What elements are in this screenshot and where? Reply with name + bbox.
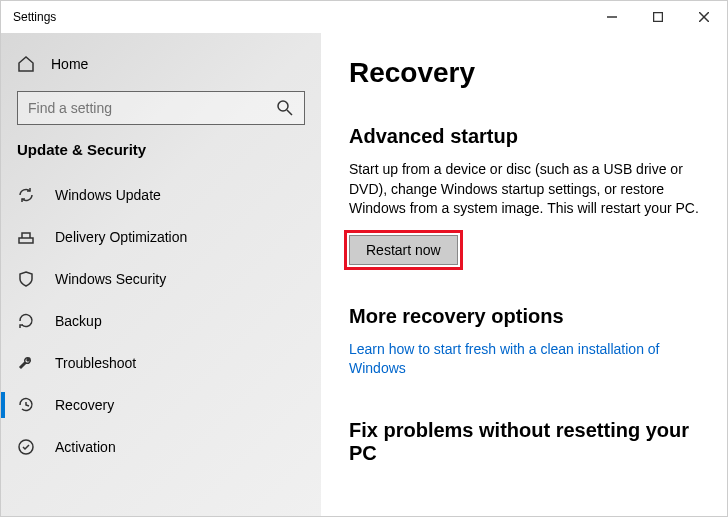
sidebar-item-label: Windows Update <box>55 187 161 203</box>
page-title: Recovery <box>349 57 699 89</box>
wrench-icon <box>17 354 35 372</box>
sidebar: Home Update & Security Windows Update De… <box>1 33 321 516</box>
svg-rect-1 <box>654 13 663 22</box>
more-recovery-section: More recovery options Learn how to start… <box>349 305 699 379</box>
sidebar-item-delivery-optimization[interactable]: Delivery Optimization <box>1 216 321 258</box>
main-panel: Recovery Advanced startup Start up from … <box>321 33 727 516</box>
advanced-startup-heading: Advanced startup <box>349 125 699 148</box>
minimize-button[interactable] <box>589 1 635 33</box>
activation-icon <box>17 438 35 456</box>
search-input[interactable] <box>28 100 276 116</box>
sidebar-item-label: Windows Security <box>55 271 166 287</box>
close-button[interactable] <box>681 1 727 33</box>
sidebar-item-recovery[interactable]: Recovery <box>1 384 321 426</box>
sidebar-item-troubleshoot[interactable]: Troubleshoot <box>1 342 321 384</box>
delivery-icon <box>17 228 35 246</box>
search-box[interactable] <box>17 91 305 125</box>
sidebar-item-label: Delivery Optimization <box>55 229 187 245</box>
window-controls <box>589 1 727 33</box>
sidebar-item-label: Troubleshoot <box>55 355 136 371</box>
maximize-button[interactable] <box>635 1 681 33</box>
home-label: Home <box>51 56 88 72</box>
advanced-startup-section: Advanced startup Start up from a device … <box>349 125 699 265</box>
sidebar-item-activation[interactable]: Activation <box>1 426 321 468</box>
sync-icon <box>17 186 35 204</box>
sidebar-item-label: Activation <box>55 439 116 455</box>
advanced-startup-text: Start up from a device or disc (such as … <box>349 160 699 219</box>
shield-icon <box>17 270 35 288</box>
home-icon <box>17 55 35 73</box>
sidebar-item-windows-security[interactable]: Windows Security <box>1 258 321 300</box>
fix-problems-heading: Fix problems without resetting your PC <box>349 419 699 465</box>
svg-point-4 <box>278 101 288 111</box>
window-title: Settings <box>13 10 56 24</box>
sidebar-item-windows-update[interactable]: Windows Update <box>1 174 321 216</box>
search-icon <box>276 99 294 117</box>
recovery-icon <box>17 396 35 414</box>
section-header: Update & Security <box>1 141 321 174</box>
svg-rect-6 <box>19 238 33 243</box>
backup-icon <box>17 312 35 330</box>
more-recovery-heading: More recovery options <box>349 305 699 328</box>
fresh-install-link[interactable]: Learn how to start fresh with a clean in… <box>349 340 699 379</box>
titlebar: Settings <box>1 1 727 33</box>
sidebar-item-label: Backup <box>55 313 102 329</box>
fix-problems-section: Fix problems without resetting your PC <box>349 419 699 465</box>
svg-line-5 <box>287 110 292 115</box>
sidebar-item-backup[interactable]: Backup <box>1 300 321 342</box>
home-nav[interactable]: Home <box>1 45 321 83</box>
restart-now-button[interactable]: Restart now <box>349 235 458 265</box>
sidebar-item-label: Recovery <box>55 397 114 413</box>
